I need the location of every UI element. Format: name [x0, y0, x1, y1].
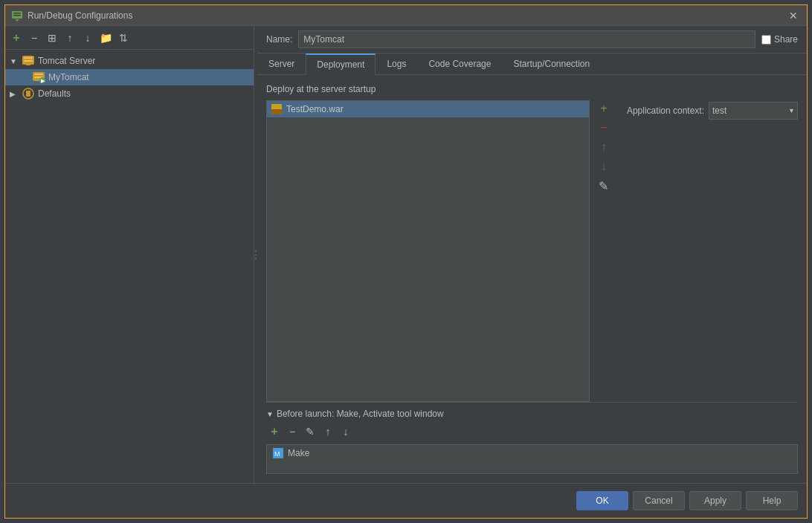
sidebar-toolbar: + − ⊞ ↑ ↓ 📁 ⇅ — [5, 26, 254, 50]
sort-button[interactable]: ⇅ — [115, 30, 132, 46]
tab-server[interactable]: Server — [257, 53, 306, 75]
tab-deployment[interactable]: Deployment — [306, 53, 376, 75]
share-checkbox[interactable] — [761, 35, 771, 45]
before-launch-list: M Make — [266, 444, 798, 474]
deploy-item-name: TestDemo.war — [286, 104, 344, 114]
name-label: Name: — [266, 34, 292, 45]
bottom-bar: OK Cancel Apply Help — [5, 483, 807, 518]
deploy-list: TestDemo.war — [266, 100, 590, 402]
tomcat-server-label: Tomcat Server — [38, 56, 95, 66]
app-context-select-wrapper: test — [709, 102, 798, 120]
help-button[interactable]: Help — [746, 491, 798, 510]
share-label: Share — [774, 34, 798, 45]
before-launch-add-button[interactable]: + — [266, 423, 283, 440]
svg-rect-5 — [24, 57, 33, 59]
defaults-label: Defaults — [38, 88, 71, 99]
sidebar-item-mytomcat[interactable]: ▶ MyTomcat — [5, 69, 254, 85]
tree-arrow-expand: ▼ — [10, 57, 22, 65]
tab-code-coverage[interactable]: Code Coverage — [417, 53, 502, 75]
sidebar-item-tomcat-server-group[interactable]: ▼ Tomcat Server — [5, 53, 254, 69]
tabs-bar: Server Deployment Logs Code Coverage Sta… — [257, 53, 807, 75]
deploy-area: TestDemo.war + − ↑ ↓ ✎ Application conte… — [266, 100, 798, 402]
cancel-button[interactable]: Cancel — [633, 491, 685, 510]
before-launch-section: ▼ Before launch: Make, Activate tool win… — [266, 402, 798, 474]
svg-marker-3 — [15, 19, 19, 22]
deploy-item[interactable]: TestDemo.war — [267, 101, 589, 117]
before-launch-up-button[interactable]: ↑ — [320, 423, 336, 440]
right-panel: Name: Share Server Deployment Logs Code … — [257, 26, 807, 483]
move-up-button[interactable]: ↑ — [62, 30, 78, 46]
title-bar: Run/Debug Configurations ✕ — [5, 5, 807, 26]
share-area: Share — [761, 34, 798, 45]
close-button[interactable]: ✕ — [786, 8, 801, 23]
before-launch-header: ▼ Before launch: Make, Activate tool win… — [266, 409, 798, 419]
app-context-area: Application context: test — [627, 102, 798, 120]
add-config-button[interactable]: + — [8, 30, 25, 46]
dialog-title: Run/Debug Configurations — [28, 10, 786, 21]
tab-logs[interactable]: Logs — [376, 53, 417, 75]
make-icon: M — [273, 448, 283, 458]
dialog-icon — [11, 10, 23, 22]
sidebar: + − ⊞ ↑ ↓ 📁 ⇅ ▼ — [5, 26, 254, 483]
new-folder-button[interactable]: 📁 — [97, 30, 114, 46]
before-launch-item-name: Make — [288, 448, 309, 458]
app-context-label: Application context: — [627, 105, 704, 116]
deploy-add-button[interactable]: + — [596, 100, 612, 117]
svg-rect-14 — [26, 91, 30, 97]
svg-rect-7 — [26, 63, 30, 65]
deploy-side-buttons: + − ↑ ↓ ✎ — [596, 100, 612, 402]
before-launch-remove-button[interactable]: − — [284, 423, 300, 440]
defaults-icon — [22, 88, 35, 100]
ok-button[interactable]: OK — [576, 491, 628, 510]
tab-content-deployment: Deploy at the server startup TestDemo.wa… — [257, 75, 807, 483]
deploy-remove-button[interactable]: − — [596, 120, 612, 136]
svg-rect-6 — [24, 60, 33, 62]
svg-rect-1 — [13, 13, 21, 14]
run-debug-configurations-dialog: Run/Debug Configurations ✕ + − ⊞ ↑ ↓ 📁 ⇅… — [4, 4, 808, 519]
tomcat-server-group-icon — [22, 55, 35, 67]
deploy-section-label: Deploy at the server startup — [266, 84, 798, 94]
svg-text:M: M — [274, 450, 280, 458]
sidebar-item-defaults[interactable]: ▶ Defaults — [5, 85, 254, 102]
app-context-select[interactable]: test — [709, 102, 798, 120]
before-launch-arrow-icon: ▼ — [266, 410, 274, 418]
main-content: + − ⊞ ↑ ↓ 📁 ⇅ ▼ — [5, 26, 807, 483]
move-down-button[interactable]: ↓ — [80, 30, 96, 46]
before-launch-toolbar: + − ✎ ↑ ↓ — [266, 423, 798, 440]
name-bar: Name: Share — [257, 26, 807, 53]
before-launch-down-button[interactable]: ↓ — [338, 423, 354, 440]
mytomcat-label: MyTomcat — [48, 72, 89, 82]
apply-button[interactable]: Apply — [689, 491, 741, 510]
before-launch-edit-button[interactable]: ✎ — [302, 423, 318, 440]
remove-config-button[interactable]: − — [26, 30, 42, 46]
copy-config-button[interactable]: ⊞ — [44, 30, 60, 46]
sidebar-tree: ▼ Tomcat Server — [5, 50, 254, 105]
name-input[interactable] — [298, 30, 755, 48]
svg-rect-2 — [13, 15, 21, 16]
mytomcat-icon: ▶ — [32, 71, 45, 83]
sidebar-resizer[interactable] — [254, 26, 257, 483]
deploy-move-up-button[interactable]: ↑ — [596, 139, 612, 155]
tab-startup-connection[interactable]: Startup/Connection — [502, 53, 601, 75]
svg-rect-9 — [34, 74, 43, 75]
war-file-icon — [271, 104, 282, 114]
defaults-arrow: ▶ — [10, 90, 22, 98]
before-launch-title: Before launch: Make, Activate tool windo… — [277, 409, 444, 419]
before-launch-item[interactable]: M Make — [267, 445, 797, 461]
deploy-move-down-button[interactable]: ↓ — [596, 158, 612, 175]
deploy-edit-button[interactable]: ✎ — [596, 178, 612, 194]
